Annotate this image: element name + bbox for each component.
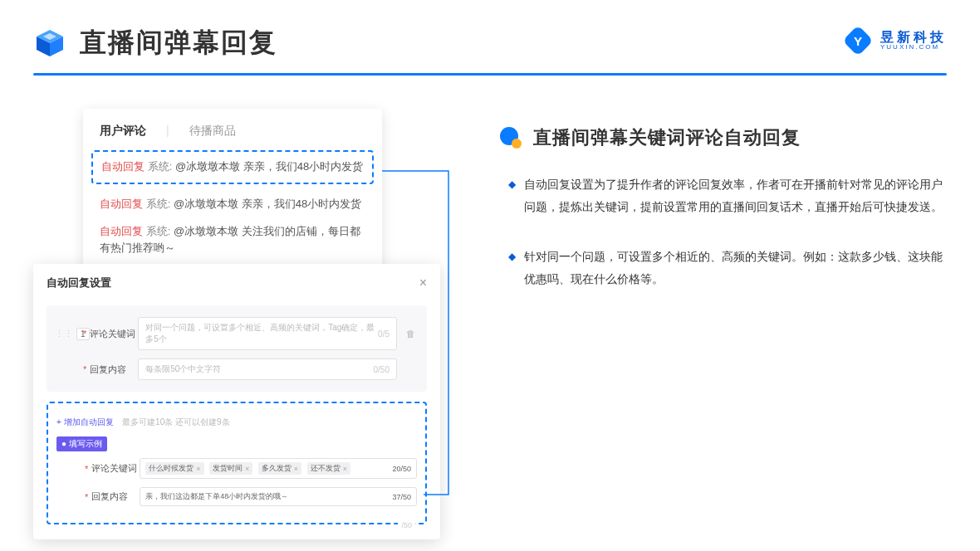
required-star: * — [85, 464, 88, 474]
remain-count: /50 — [398, 521, 415, 529]
system-tag: 系统: — [146, 225, 171, 237]
keyword-label: 评论关键词 — [90, 328, 138, 340]
page-title: 直播间弹幕回复 — [80, 25, 277, 61]
bullet-item: ◆ 自动回复设置为了提升作者的评论回复效率，作者可在开播前针对常见的评论用户问题… — [508, 173, 947, 217]
content-input[interactable]: 每条限50个中文字符 0/50 — [138, 358, 397, 380]
keyword-placeholder: 对同一个问题，可设置多个相近、高频的关键词，Tag确定，最多5个 — [145, 322, 378, 345]
drag-handle-icon[interactable]: ⋮⋮ — [55, 329, 73, 339]
example-keyword-label: 评论关键词 — [91, 462, 140, 475]
content-count: 0/50 — [374, 365, 390, 374]
auto-reply-tag: 自动回复 — [100, 197, 143, 210]
auto-reply-tag: 自动回复 — [101, 160, 145, 173]
logo-cube-icon — [33, 27, 66, 60]
example-content-count: 37/50 — [392, 493, 411, 501]
auto-reply-settings-modal: 自动回复设置 × ⋮⋮ 1 * 评论关键词 对同一个问题，可设置多个相近、高频的… — [33, 264, 440, 539]
comment-text: @冰墩墩本墩 亲亲，我们48小时内发货 — [175, 160, 363, 173]
required-star: * — [85, 492, 88, 502]
bullet-item: ◆ 针对同一个问题，可设置多个相近的、高频的关键词。例如：这款多少钱、这块能优惠… — [508, 246, 947, 290]
tab-pending-goods[interactable]: 待播商品 — [189, 124, 236, 139]
section-bullet-icon — [498, 126, 522, 149]
form-block: ⋮⋮ 1 * 评论关键词 对同一个问题，可设置多个相近、高频的关键词，Tag确定… — [47, 305, 427, 392]
delete-icon[interactable]: 🗑 — [402, 329, 419, 339]
diamond-bullet-icon: ◆ — [508, 246, 516, 290]
content-placeholder: 每条限50个中文字符 — [145, 363, 221, 375]
auto-reply-tag: 自动回复 — [100, 225, 143, 237]
comment-row: 自动回复 系统: @冰墩墩本墩 关注我们的店铺，每日都有热门推荐哟～ — [100, 223, 365, 258]
comment-row: 自动回复 系统: @冰墩墩本墩 亲亲，我们48小时内发货 — [100, 196, 365, 213]
brand-icon: Y — [842, 25, 874, 56]
required-star: * — [83, 364, 86, 374]
svg-text:Y: Y — [854, 34, 862, 48]
comments-panel: 用户评论 | 待播商品 自动回复 系统: @冰墩墩本墩 亲亲，我们48小时内发货… — [83, 109, 382, 285]
svg-point-7 — [512, 139, 522, 149]
example-content-input[interactable]: 亲，我们这边都是下单48小时内发货的哦～ 37/50 — [140, 487, 417, 506]
diamond-bullet-icon: ◆ — [508, 173, 516, 217]
keyword-input[interactable]: 对同一个问题，可设置多个相近、高频的关键词，Tag确定，最多5个 0/5 — [138, 317, 397, 350]
keyword-tag[interactable]: 发货时间× — [209, 462, 252, 475]
brand-logo: Y 昱新科技 YUUXIN.COM — [842, 25, 947, 56]
close-icon[interactable]: × — [419, 276, 427, 290]
keyword-tag[interactable]: 什么时候发货× — [145, 462, 203, 475]
example-keyword-input[interactable]: 什么时候发货× 发货时间× 多久发货× 还不发货× 20/50 — [140, 458, 417, 479]
add-hint: 最多可建10条 还可以创建9条 — [122, 417, 229, 427]
tab-divider: | — [166, 124, 169, 139]
system-tag: 系统: — [146, 197, 171, 210]
comment-row-highlighted: 自动回复 系统: @冰墩墩本墩 亲亲，我们48小时内发货 — [91, 150, 374, 184]
section-title: 直播间弹幕关键词评论自动回复 — [533, 125, 801, 150]
example-badge: ● 填写示例 — [56, 436, 107, 451]
keyword-count: 0/5 — [378, 329, 390, 339]
add-auto-reply-link[interactable]: + 增加自动回复 — [56, 417, 114, 428]
modal-title: 自动回复设置 — [47, 276, 111, 290]
example-content-value: 亲，我们这边都是下单48小时内发货的哦～ — [145, 491, 288, 502]
content-label: 回复内容 — [90, 363, 138, 376]
tab-user-comments[interactable]: 用户评论 — [100, 124, 146, 139]
example-content-label: 回复内容 — [91, 490, 140, 503]
brand-name: 昱新科技 — [880, 30, 947, 45]
required-star: * — [83, 329, 86, 339]
system-tag: 系统: — [148, 160, 173, 173]
brand-sub: YUUXIN.COM — [880, 44, 947, 51]
keyword-tag[interactable]: 还不发货× — [307, 462, 350, 475]
comment-text: @冰墩墩本墩 亲亲，我们48小时内发货 — [174, 197, 361, 210]
example-block: + 增加自动回复 最多可建10条 还可以创建9条 ● 填写示例 * 评论关键词 … — [47, 402, 427, 524]
bullet-text: 自动回复设置为了提升作者的评论回复效率，作者可在开播前针对常见的评论用户问题，提… — [524, 173, 947, 217]
bullet-text: 针对同一个问题，可设置多个相近的、高频的关键词。例如：这款多少钱、这块能优惠吗、… — [524, 246, 947, 290]
example-kw-count: 20/50 — [392, 465, 411, 473]
keyword-tag[interactable]: 多久发货× — [258, 462, 301, 475]
